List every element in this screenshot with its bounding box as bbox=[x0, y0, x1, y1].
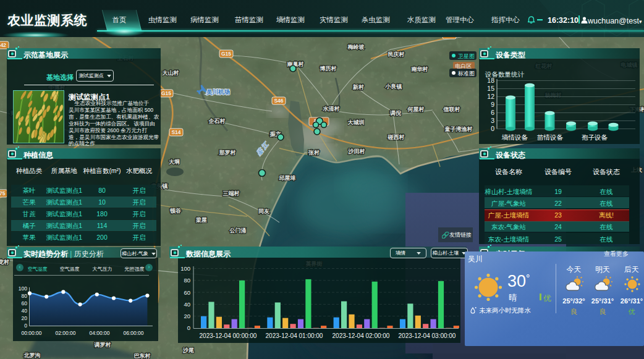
svg-text:2023-12-04 00:00:00: 2023-12-04 00:00:00 bbox=[200, 332, 257, 339]
svg-text:0: 0 bbox=[187, 324, 190, 331]
svg-text:6: 6 bbox=[491, 109, 494, 116]
svg-text:20: 20 bbox=[22, 315, 28, 321]
svg-text:20: 20 bbox=[184, 313, 190, 319]
svg-text:12: 12 bbox=[487, 93, 494, 100]
svg-text:100: 100 bbox=[180, 265, 190, 272]
svg-text:40: 40 bbox=[184, 301, 190, 308]
svg-text:3: 3 bbox=[491, 117, 494, 124]
svg-text:02:00:00: 02:00:00 bbox=[55, 330, 75, 336]
svg-text:9: 9 bbox=[491, 101, 494, 108]
svg-text:100: 100 bbox=[19, 285, 27, 292]
svg-text:孢子设备: 孢子设备 bbox=[582, 133, 608, 141]
svg-text:18: 18 bbox=[487, 77, 494, 84]
svg-text:60: 60 bbox=[22, 300, 28, 306]
svg-text:墒情设备: 墒情设备 bbox=[501, 133, 528, 141]
svg-text:80: 80 bbox=[22, 293, 28, 299]
svg-text:2023-12-04 01:00:00: 2023-12-04 01:00:00 bbox=[266, 332, 323, 339]
svg-text:80: 80 bbox=[184, 277, 190, 284]
svg-text:15: 15 bbox=[487, 85, 494, 92]
svg-text:苗情设备: 苗情设备 bbox=[537, 133, 564, 141]
svg-text:0: 0 bbox=[491, 125, 494, 132]
svg-text:0: 0 bbox=[24, 323, 27, 329]
svg-text:04:00:00: 04:00:00 bbox=[89, 330, 109, 336]
svg-text:00:00:00: 00:00:00 bbox=[21, 330, 41, 336]
svg-text:06:00:00: 06:00:00 bbox=[123, 330, 143, 336]
svg-text:40: 40 bbox=[22, 308, 28, 314]
svg-text:60: 60 bbox=[184, 289, 190, 296]
svg-text:2023-12-04 03:00:00: 2023-12-04 03:00:00 bbox=[399, 332, 456, 339]
svg-text:2023-12-04 02:00:00: 2023-12-04 02:00:00 bbox=[333, 332, 390, 339]
